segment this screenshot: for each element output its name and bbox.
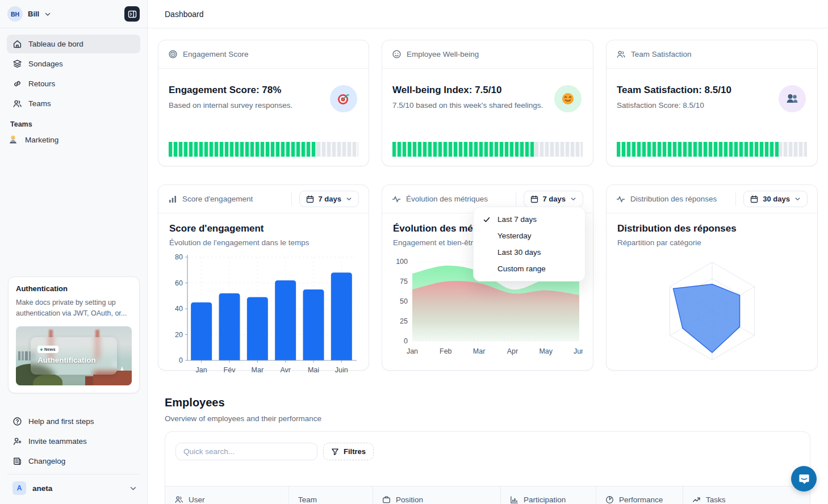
users-icon	[12, 99, 22, 108]
svg-text:Apr: Apr	[507, 347, 518, 355]
column-header-user[interactable]: User	[165, 486, 289, 504]
card-header-label: Employee Well-being	[407, 50, 479, 58]
collapse-sidebar-button[interactable]	[124, 6, 140, 22]
metric-card-satisfaction: Team Satisfaction Team Satisfaction: 8.5…	[606, 40, 818, 166]
technologist-emoji	[8, 135, 18, 145]
sidebar-item-dashboard[interactable]: Tableau de bord	[7, 35, 140, 53]
progress-bar	[169, 142, 358, 157]
sidebar-item-surveys[interactable]: Sondages	[7, 54, 140, 73]
sidebar-nav: Tableau de bord Sondages Retours Teams	[0, 28, 147, 113]
sidebar-item-label: Tableau de bord	[28, 40, 83, 48]
smiley-icon	[392, 49, 402, 59]
sidebar-item-teams[interactable]: Teams	[7, 94, 140, 113]
svg-text:0: 0	[179, 356, 183, 364]
card-header-label: Distribution des réponses	[630, 195, 717, 203]
date-range-label: 7 days	[319, 195, 341, 203]
date-range-menu: Last 7 days Yesterday Last 30 days Custo…	[473, 207, 586, 282]
menu-item-last-7-days[interactable]: Last 7 days	[477, 211, 582, 228]
chart-subtitle: Évolution de l'engagement dans le temps	[169, 238, 358, 247]
employees-subtitle: Overview of employees and their performa…	[165, 414, 321, 423]
user-plus-icon	[12, 436, 22, 446]
svg-text:Avr: Avr	[280, 366, 291, 374]
metric-subtitle: Satisfaction Score: 8.5/10	[617, 101, 807, 110]
sidebar-item-marketing[interactable]: Marketing	[0, 130, 147, 149]
svg-text:60: 60	[175, 279, 183, 287]
pie-chart-icon	[605, 495, 614, 504]
date-range-button[interactable]: 30 days	[743, 191, 808, 207]
svg-text:80: 80	[175, 253, 183, 261]
promo-image-title: Authentification	[37, 356, 110, 364]
employees-title: Employees	[165, 396, 225, 409]
chevron-down-icon	[794, 196, 801, 202]
activity-icon	[392, 195, 401, 204]
column-header-position[interactable]: Position	[373, 486, 501, 504]
chat-widget-button[interactable]	[791, 466, 817, 492]
sidebar-header: BH Bill	[0, 0, 147, 28]
date-range-button[interactable]: 7 days	[299, 191, 359, 207]
menu-item-last-30-days[interactable]: Last 30 days	[477, 244, 582, 261]
svg-text:40: 40	[175, 305, 183, 313]
layers-icon	[12, 59, 22, 69]
column-header-team[interactable]: Team	[289, 486, 373, 504]
promo-title: Authentication	[16, 284, 132, 293]
card-header-label: Évolution des métriques	[406, 195, 488, 203]
chevron-down-icon	[570, 196, 576, 202]
sidebar-item-changelog[interactable]: Changelog	[7, 452, 140, 471]
team-label: Marketing	[25, 136, 58, 144]
panel-collapse-icon	[128, 10, 137, 19]
sidebar-item-label: Changelog	[28, 457, 65, 465]
column-header-performance[interactable]: Performance	[596, 486, 683, 504]
user-avatar[interactable]: BH	[7, 6, 23, 22]
progress-bar	[617, 142, 807, 157]
svg-text:Feb: Feb	[440, 347, 452, 355]
filter-icon	[331, 448, 339, 456]
sidebar: BH Bill Tableau de bord Sondages Retours	[0, 0, 148, 504]
user-name[interactable]: Bill	[28, 10, 39, 18]
bar-chart-icon	[168, 195, 177, 204]
card-header-label: Team Satisfaction	[631, 50, 692, 58]
svg-text:Mar: Mar	[473, 347, 486, 355]
sidebar-item-help[interactable]: Help and first steps	[7, 412, 140, 431]
metric-card-engagement: Engagement Score Engagement Score: 78% B…	[158, 40, 369, 166]
metric-title: Team Satisfaction: 8.5/10	[617, 85, 807, 96]
menu-item-custom-range[interactable]: Custom range	[477, 261, 582, 277]
sidebar-item-invite[interactable]: Invite teammates	[7, 432, 140, 451]
card-header-label: Engagement Score	[183, 50, 249, 58]
date-range-button[interactable]: 7 days	[524, 191, 583, 207]
engagement-bar-chart: 020406080JanFévMarAvrMaiJuin	[169, 251, 359, 387]
filters-button[interactable]: Filtres	[323, 443, 374, 460]
sidebar-item-label: Sondages	[28, 60, 63, 68]
sidebar-item-feedback[interactable]: Retours	[7, 74, 140, 93]
workspace-name: aneta	[32, 484, 52, 493]
divider	[291, 192, 292, 206]
link-icon	[12, 79, 22, 89]
column-header-tasks[interactable]: Tasks	[683, 486, 810, 504]
employees-card: Filtres User Team Position Participation	[165, 431, 810, 504]
users-icon	[174, 495, 183, 504]
target-emoji	[330, 85, 357, 112]
menu-item-yesterday[interactable]: Yesterday	[477, 228, 582, 244]
search-input[interactable]	[175, 443, 317, 460]
busts-in-silhouette-emoji	[779, 85, 806, 112]
chat-bubble-icon	[797, 472, 811, 486]
newspaper-icon	[12, 456, 22, 466]
app-window: BH Bill Tableau de bord Sondages Retours	[0, 0, 828, 504]
calendar-icon	[750, 195, 758, 203]
date-range-label: 7 days	[543, 195, 566, 203]
main-area: Dashboard Engagement Score Engagement Sc…	[148, 0, 828, 504]
trend-up-icon	[692, 495, 701, 504]
svg-text:Jan: Jan	[407, 347, 418, 355]
promo-card-authentication[interactable]: Authentication Make docs private by sett…	[8, 276, 140, 393]
workspace-switcher[interactable]: A aneta	[7, 477, 140, 499]
date-range-label: 30 days	[763, 195, 790, 203]
news-badge: News	[37, 346, 58, 353]
smiling-face-emoji	[554, 85, 582, 112]
divider	[516, 192, 516, 206]
teams-section-label: Teams	[10, 120, 144, 128]
column-header-participation[interactable]: Participation	[501, 486, 596, 504]
sidebar-item-label: Retours	[28, 79, 55, 88]
card-header-label: Score d'engagement	[182, 195, 253, 203]
chart-title: Distribution des réponses	[617, 223, 806, 234]
activity-icon	[616, 195, 625, 204]
sidebar-bottom: Help and first steps Invite teammates Ch…	[0, 409, 147, 504]
